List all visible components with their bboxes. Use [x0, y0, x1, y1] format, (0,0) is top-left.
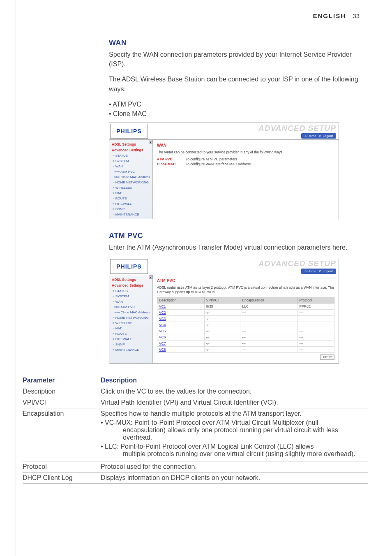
ss1-atm-label[interactable]: ATM PVC: [157, 157, 186, 161]
home-link[interactable]: ⌂ Home: [304, 269, 316, 273]
vc-proto: ---: [297, 341, 334, 347]
table-row: VC5-/-------: [157, 328, 334, 334]
vc-link[interactable]: VC6: [157, 334, 205, 341]
vc-enc: ---: [240, 322, 297, 328]
nav-snmp[interactable]: » SNMP: [109, 342, 152, 347]
nav-route[interactable]: » ROUTE: [109, 331, 152, 336]
ss1-topbar: PHILIPS ADVANCED SETUP ⌂ Home ⊘ Logout: [109, 123, 339, 140]
vc-vpi: -/-: [204, 310, 240, 316]
param-desc: Displays information on DHCP clients on …: [101, 473, 368, 484]
encap-intro: Specifies how to handle multiple protoco…: [101, 410, 302, 417]
nav-maintenance[interactable]: » MAINTENANCE: [109, 212, 152, 217]
nav-status[interactable]: » STATUS: [109, 288, 152, 294]
help-button[interactable]: HELP: [320, 354, 334, 360]
vc-vpi: -/-: [204, 322, 240, 328]
encap-llc: • LLC: Point-to-Point Protocol over ATM …: [101, 443, 366, 458]
ss2-text: ADSL router uses ATM as its layer 2 prot…: [157, 285, 334, 294]
parameter-table: Parameter Description Description Click …: [23, 375, 368, 484]
nav-atm-pvc[interactable]: »»» ATM PVC: [109, 304, 152, 310]
scrollbar-up-icon[interactable]: ▴: [149, 275, 152, 279]
ss1-heading: WAN: [157, 143, 334, 148]
vc-link[interactable]: VC5: [157, 328, 205, 334]
left-margin-rule: [16, 0, 16, 556]
wan-bullets: • ATM PVC • Clone MAC: [109, 100, 364, 118]
vc-vpi: 8/35: [204, 303, 240, 310]
nav-header-adsl: ADSL Settings: [109, 141, 152, 147]
ss2-heading: ATM PVC: [157, 278, 334, 283]
vc-enc: ---: [240, 347, 297, 353]
vc-proto: ---: [297, 322, 334, 328]
nav-header-advanced: Advanced Settings: [109, 147, 152, 153]
ss2-topbar: PHILIPS ADVANCED SETUP ⌂ Home ⊘ Logout: [109, 258, 339, 275]
nav-clone-mac[interactable]: »»» Clone MAC Address: [109, 310, 152, 315]
ss1-row-atm: ATM PVC To configure ATM VC parameters: [157, 157, 334, 161]
header-language: ENGLISH: [313, 12, 346, 19]
nav-wireless[interactable]: » WIRELESS: [109, 185, 152, 190]
nav-firewall[interactable]: » FIREWALL: [109, 336, 152, 342]
nav-header-adsl: ADSL Settings: [109, 277, 152, 283]
vc-link[interactable]: VC4: [157, 322, 205, 328]
vc-link[interactable]: VC8: [157, 347, 205, 353]
wan-bullet-clone: • Clone MAC: [109, 109, 364, 118]
param-row: DHCP Client Log Displays information on …: [23, 473, 368, 484]
vc-enc: ---: [240, 334, 297, 341]
vc-proto: ---: [297, 347, 334, 353]
nav-wireless[interactable]: » WIRELESS: [109, 320, 152, 326]
vc-vpi: -/-: [204, 328, 240, 334]
atm-pvc-table: Description VPI/VCI Encapsulation Protoc…: [157, 297, 334, 353]
ss1-body: ▴ ADSL Settings Advanced Settings » STAT…: [109, 140, 339, 219]
th-enc: Encapsulation: [240, 297, 297, 303]
nav-firewall[interactable]: » FIREWALL: [109, 201, 152, 206]
param-name: VPI/VCI: [23, 397, 101, 408]
nav-home-networking[interactable]: » HOME NETWORKING: [109, 315, 152, 320]
nav-home-networking[interactable]: » HOME NETWORKING: [109, 180, 152, 185]
nav-clone-mac[interactable]: »»» Clone MAC Address: [109, 174, 152, 180]
home-link[interactable]: ⌂ Home: [304, 134, 316, 138]
table-row: VC8-/-------: [157, 347, 334, 353]
nav-atm-pvc[interactable]: »»» ATM PVC: [109, 169, 152, 174]
nav-maintenance[interactable]: » MAINTENANCE: [109, 347, 152, 352]
vc-link[interactable]: VC1: [157, 303, 205, 310]
vc-link[interactable]: VC7: [157, 341, 205, 347]
atm-title: ATM PVC: [109, 232, 364, 240]
page-header: ENGLISH 33: [18, 12, 376, 22]
ss2-utility-bar: ⌂ Home ⊘ Logout: [301, 269, 336, 274]
nav-nat[interactable]: » NAT: [109, 326, 152, 331]
parameter-section: Parameter Description Description Click …: [18, 375, 376, 484]
table-row: VC18/35LLCPPPoE: [157, 303, 334, 310]
wan-para1: Specify the WAN connection parameters pr…: [109, 50, 364, 69]
vc-link[interactable]: VC2: [157, 310, 205, 316]
th-desc: Description: [157, 297, 205, 303]
nav-wan[interactable]: » WAN: [109, 164, 152, 169]
vc-link[interactable]: VC3: [157, 316, 205, 322]
vc-enc: ---: [240, 341, 297, 347]
header-page-number: 33: [353, 12, 360, 19]
ss1-clone-label[interactable]: Clone MAC: [157, 162, 186, 166]
nav-system[interactable]: » SYSTEM: [109, 294, 152, 299]
nav-snmp[interactable]: » SNMP: [109, 206, 152, 212]
param-row: Description Click on the VC to set the v…: [23, 386, 368, 397]
page-content: ENGLISH 33 WAN Specify the WAN connectio…: [18, 0, 376, 484]
scrollbar-up-icon[interactable]: ▴: [149, 140, 152, 144]
desc-header: Description: [101, 375, 368, 386]
param-row: VPI/VCI Virtual Path Identifier (VPI) an…: [23, 397, 368, 408]
atm-para1: Enter the ATM (Asynchronous Transfer Mod…: [109, 243, 364, 252]
logout-link[interactable]: ⊘ Logout: [319, 134, 333, 138]
nav-route[interactable]: » ROUTE: [109, 196, 152, 201]
nav-status[interactable]: » STATUS: [109, 153, 152, 158]
screenshot-wan: PHILIPS ADVANCED SETUP ⌂ Home ⊘ Logout ▴…: [109, 123, 339, 219]
ss2-title-area: ADVANCED SETUP ⌂ Home ⊘ Logout: [149, 258, 339, 275]
nav-wan[interactable]: » WAN: [109, 299, 152, 304]
ss1-row-clone: Clone MAC To configure WAN Interface MAC…: [157, 162, 334, 166]
logout-link[interactable]: ⊘ Logout: [319, 269, 333, 273]
table-row: VC7-/-------: [157, 341, 334, 347]
nav-nat[interactable]: » NAT: [109, 190, 152, 196]
table-row: VC4-/-------: [157, 322, 334, 328]
param-name: DHCP Client Log: [23, 473, 101, 484]
ss1-utility-bar: ⌂ Home ⊘ Logout: [301, 133, 336, 139]
th-vpi: VPI/VCI: [204, 297, 240, 303]
nav-system[interactable]: » SYSTEM: [109, 158, 152, 164]
param-row: Encapsulation Specifies how to handle mu…: [23, 408, 368, 461]
philips-logo: PHILIPS: [110, 124, 148, 139]
ss2-nav: ▴ ADSL Settings Advanced Settings » STAT…: [109, 275, 153, 363]
